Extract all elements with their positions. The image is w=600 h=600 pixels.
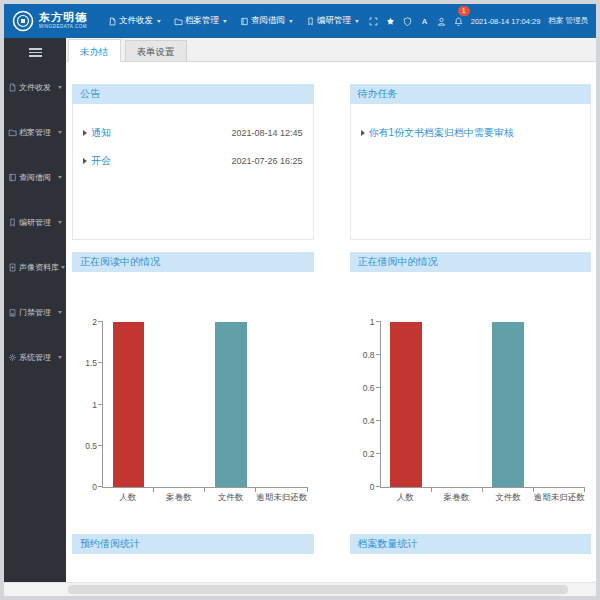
todo-link[interactable]: 你有1份文书档案归档中需要审核 — [369, 126, 515, 140]
notice-link[interactable]: 通知 — [91, 126, 111, 140]
reading-bar-chart: 00.511.52人数案卷数文件数逾期未归还数 — [72, 272, 314, 504]
sidebar-item-5[interactable]: 门禁管理 — [4, 290, 66, 335]
tab-1[interactable]: 表单设置 — [125, 40, 187, 61]
bookmark-icon — [306, 17, 315, 26]
chevron-down-icon — [58, 131, 62, 134]
nav-item-1[interactable]: 档案管理 — [174, 15, 227, 27]
arrow-right-icon — [83, 130, 87, 136]
chevron-down-icon — [223, 20, 227, 23]
gear-icon — [8, 353, 17, 362]
chevron-down-icon — [58, 356, 62, 359]
x-axis-label: 案卷数 — [431, 492, 482, 504]
notifications-button[interactable]: 1 — [454, 12, 463, 30]
y-axis-label: 0.4 — [363, 416, 375, 426]
chevron-down-icon — [157, 20, 161, 23]
tab-0[interactable]: 未办结 — [68, 39, 121, 62]
brand-title: 东方明德 — [39, 12, 87, 23]
book-icon — [240, 17, 249, 26]
reservation-stats-panel: 预约借阅统计 — [72, 534, 314, 554]
x-axis-tick — [153, 487, 154, 492]
nav-item-label: 查阅借阅 — [251, 15, 285, 27]
horizontal-scrollbar[interactable] — [4, 582, 596, 596]
chart-plot-area: 00.511.52 — [102, 322, 308, 488]
star-icon[interactable] — [386, 17, 395, 26]
panels-row: 公告 通知2021-08-14 12:45开会2021-07-26 16:25 … — [72, 84, 591, 240]
reading-chart-panel: 正在阅读中的情况 00.511.52人数案卷数文件数逾期未归还数 — [72, 252, 314, 504]
sidebar-collapse-button[interactable] — [29, 48, 42, 57]
chart-category-slot — [103, 322, 154, 487]
x-axis-tick — [482, 487, 483, 492]
y-axis-label: 0 — [370, 482, 375, 492]
notification-badge: 1 — [458, 6, 470, 16]
chevron-down-icon — [289, 20, 293, 23]
brand-logo-icon — [12, 10, 34, 32]
book-icon — [8, 173, 17, 182]
bar-series-2 — [492, 322, 524, 487]
sidebar-item-1[interactable]: 档案管理 — [4, 110, 66, 155]
document-icon — [108, 17, 117, 26]
navbar-right: A12021-08-14 17:04:29档案 管理员 — [369, 12, 588, 30]
notice-link[interactable]: 开会 — [91, 154, 111, 168]
todo-panel: 待办任务 你有1份文书档案归档中需要审核 — [350, 84, 592, 240]
svg-text:A: A — [422, 17, 428, 26]
chart-category-slot — [381, 322, 432, 487]
x-axis-label: 人数 — [380, 492, 431, 504]
notice-date: 2021-07-26 16:25 — [231, 156, 302, 166]
sidebar-item-3[interactable]: 编研管理 — [4, 200, 66, 245]
user-icon[interactable] — [437, 17, 446, 26]
chart-category-slot — [205, 322, 256, 487]
notice-panel-body: 通知2021-08-14 12:45开会2021-07-26 16:25 — [72, 104, 314, 240]
chevron-down-icon — [58, 86, 62, 89]
nav-item-label: 编研管理 — [317, 15, 351, 27]
borrowing-chart-title: 正在借阅中的情况 — [350, 252, 592, 272]
document-icon — [8, 83, 17, 92]
datetime-display: 2021-08-14 17:04:29 — [471, 17, 541, 26]
font-size-icon[interactable]: A — [420, 17, 429, 26]
nav-item-0[interactable]: 文件收发 — [108, 15, 161, 27]
nav-item-3[interactable]: 编研管理 — [306, 15, 359, 27]
sidebar-item-2[interactable]: 查阅借阅 — [4, 155, 66, 200]
notice-panel-title: 公告 — [72, 84, 314, 104]
todo-panel-title: 待办任务 — [350, 84, 592, 104]
x-axis-tick — [431, 487, 432, 492]
browser-window: 东方明德 MINGDEDATA.COM 文件收发档案管理查阅借阅编研管理声像资料… — [0, 0, 600, 600]
nav-item-label: 档案管理 — [185, 15, 219, 27]
sidebar-item-6[interactable]: 系统管理 — [4, 335, 66, 380]
x-axis-label: 文件数 — [482, 492, 533, 504]
notice-panel: 公告 通知2021-08-14 12:45开会2021-07-26 16:25 — [72, 84, 314, 240]
chart-category-slot — [154, 322, 205, 487]
nav-item-2[interactable]: 查阅借阅 — [240, 15, 293, 27]
chart-category-slot — [534, 322, 585, 487]
chevron-down-icon — [58, 311, 62, 314]
reading-chart-title: 正在阅读中的情况 — [72, 252, 314, 272]
bar-series-0 — [113, 322, 145, 487]
fullscreen-icon[interactable] — [369, 17, 378, 26]
chart-category-slot — [256, 322, 307, 487]
brand-subtitle: MINGDEDATA.COM — [39, 25, 87, 30]
sidebar-item-label: 文件收发 — [19, 82, 51, 93]
bookmark-icon — [8, 218, 17, 227]
current-user[interactable]: 档案 管理员 — [548, 16, 588, 26]
y-axis-label: 2 — [92, 317, 97, 327]
todo-panel-body: 你有1份文书档案归档中需要审核 — [350, 104, 592, 240]
y-axis-label: 0.5 — [85, 441, 97, 451]
horizontal-scrollbar-thumb[interactable] — [68, 585, 568, 594]
borrowing-bar-chart: 00.20.40.60.81人数案卷数文件数逾期未归还数 — [350, 272, 592, 504]
x-axis-label: 逾期未归还数 — [256, 492, 307, 504]
bar-series-2 — [215, 322, 247, 487]
shield-icon[interactable] — [403, 17, 412, 26]
sidebar-item-4[interactable]: 声像资料库 — [4, 245, 66, 290]
y-axis-label: 0.6 — [363, 383, 375, 393]
sidebar-item-0[interactable]: 文件收发 — [4, 65, 66, 110]
x-axis-tick — [204, 487, 205, 492]
chevron-down-icon — [58, 176, 62, 179]
notice-item: 通知2021-08-14 12:45 — [83, 126, 303, 140]
nav-item-label: 文件收发 — [119, 15, 153, 27]
brand-logo-block[interactable]: 东方明德 MINGDEDATA.COM — [12, 10, 108, 32]
bar-series-0 — [390, 322, 422, 487]
y-axis-label: 1.5 — [85, 358, 97, 368]
archive-count-stats-panel: 档案数量统计 — [350, 534, 592, 554]
y-axis-label: 0.2 — [363, 449, 375, 459]
arrow-right-icon — [361, 130, 365, 136]
x-axis-label: 逾期未归还数 — [534, 492, 585, 504]
